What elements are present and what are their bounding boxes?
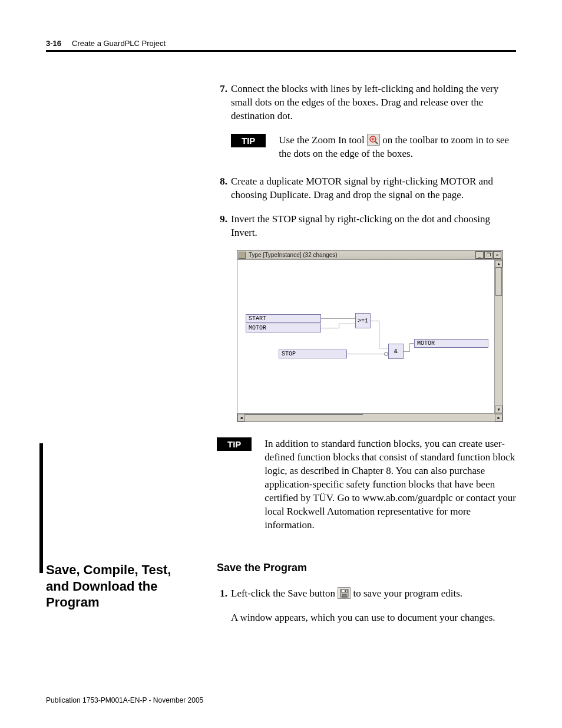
step-text: Connect the blocks with lines by left-cl… <box>231 83 516 123</box>
step-number: 1. <box>217 587 227 625</box>
minimize-icon[interactable]: _ <box>475 251 484 259</box>
tip-text: Use the Zoom In tool on the toolbar to z… <box>279 134 516 161</box>
scroll-up-icon[interactable]: ▲ <box>495 260 503 268</box>
tip-text: In addition to standard function blocks,… <box>265 437 516 532</box>
step-text-after: to save your program edits. <box>353 588 463 599</box>
window-app-icon <box>239 252 246 259</box>
gate-and[interactable]: & <box>388 344 404 359</box>
header-rule <box>46 50 516 52</box>
signal-start[interactable]: START <box>246 314 321 323</box>
signal-motor-out[interactable]: MOTOR <box>414 339 488 348</box>
save-step-1: 1. Left-click the Save button to save yo… <box>217 587 516 625</box>
zoom-in-icon <box>367 134 380 146</box>
svg-line-3 <box>375 141 378 144</box>
window-title: Type [TypeInstance] (32 changes) <box>247 252 475 258</box>
gate-or[interactable]: >=1 <box>355 313 371 328</box>
tip-2: TIP In addition to standard function blo… <box>217 437 516 532</box>
tip-text-before: Use the Zoom In tool <box>279 134 367 146</box>
publication-footer: Publication 1753-PM001A-EN-P - November … <box>46 696 203 704</box>
subsection-heading: Save the Program <box>217 562 516 574</box>
step-9: 9. Invert the STOP signal by right-click… <box>217 213 516 240</box>
tip-badge: TIP <box>217 437 252 451</box>
svg-rect-5 <box>342 589 347 592</box>
step-7: 7. Connect the blocks with lines by left… <box>217 83 516 123</box>
step-followup: A window appears, which you can use to d… <box>231 611 516 625</box>
page-header: 3-16 Create a GuardPLC Project <box>46 39 516 48</box>
step-text: Left-click the Save button to save your … <box>231 587 516 625</box>
step-text: Invert the STOP signal by right-clicking… <box>231 213 516 240</box>
tip-1: TIP Use the Zoom In tool on the toolbar … <box>231 134 516 161</box>
svg-rect-7 <box>345 590 346 592</box>
scroll-left-icon[interactable]: ◀ <box>237 414 245 421</box>
diagram-canvas[interactable]: START MOTOR STOP >=1 & MOTOR <box>237 260 494 413</box>
step-number: 7. <box>217 83 227 123</box>
invert-dot-icon <box>384 352 388 356</box>
step-8: 8. Create a duplicate MOTOR signal by ri… <box>217 175 516 202</box>
window-titlebar: Type [TypeInstance] (32 changes) _ ❐ × <box>237 251 503 260</box>
step-text-before: Left-click the Save button <box>231 588 338 599</box>
svg-rect-6 <box>342 594 346 597</box>
chapter-title: Create a GuardPLC Project <box>72 39 166 48</box>
tip-badge: TIP <box>231 134 266 147</box>
step-number: 8. <box>217 175 227 202</box>
close-icon[interactable]: × <box>493 251 501 259</box>
horizontal-scrollbar[interactable]: ◀ ▶ <box>237 413 503 421</box>
margin-bar <box>39 443 43 573</box>
signal-motor-in[interactable]: MOTOR <box>246 324 321 332</box>
editor-screenshot: Type [TypeInstance] (32 changes) _ ❐ × S… <box>237 250 516 422</box>
maximize-icon[interactable]: ❐ <box>484 251 492 259</box>
scroll-thumb[interactable] <box>245 414 363 415</box>
step-text: Create a duplicate MOTOR signal by right… <box>231 175 516 202</box>
scroll-thumb[interactable] <box>495 268 502 296</box>
page-number: 3-16 <box>46 39 61 48</box>
signal-stop[interactable]: STOP <box>279 350 347 358</box>
scroll-right-icon[interactable]: ▶ <box>495 414 503 421</box>
scroll-down-icon[interactable]: ▼ <box>495 406 503 413</box>
section-heading: Save, Compile, Test, and Download the Pr… <box>46 562 193 635</box>
step-number: 9. <box>217 213 227 240</box>
save-icon <box>338 587 351 599</box>
vertical-scrollbar[interactable]: ▲ ▼ <box>494 260 503 413</box>
